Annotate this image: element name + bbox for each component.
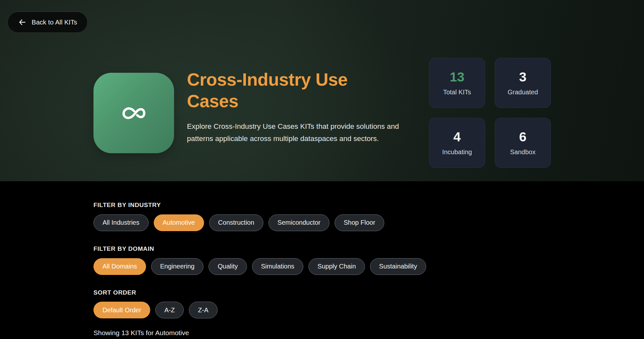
domain-pill-supply-chain[interactable]: Supply Chain	[308, 258, 365, 275]
industry-pill-shop-floor[interactable]: Shop Floor	[335, 214, 384, 231]
page-description: Explore Cross-Industry Use Cases KITs th…	[187, 120, 427, 145]
infinity-icon	[119, 105, 149, 121]
industry-filter-label: FILTER BY INDUSTRY	[93, 202, 551, 209]
category-icon	[93, 73, 174, 153]
domain-pill-row: All DomainsEngineeringQualitySimulations…	[93, 258, 551, 275]
domain-pill-quality[interactable]: Quality	[209, 258, 247, 275]
hero-section: Back to All KITs Cross-Industry Use Case…	[0, 0, 644, 181]
stat-label: Sandbox	[510, 149, 536, 155]
filter-group-industry: FILTER BY INDUSTRY All IndustriesAutomot…	[93, 202, 551, 231]
stat-value: 13	[450, 71, 464, 84]
results-summary: Showing 13 KITs for Automotive	[93, 329, 551, 337]
industry-pill-row: All IndustriesAutomotiveConstructionSemi…	[93, 214, 551, 231]
stat-card-incubating: 4Incubating	[429, 118, 485, 168]
hero-text-block: Cross-Industry Use Cases Explore Cross-I…	[187, 69, 432, 145]
arrow-left-icon	[18, 18, 26, 26]
stat-card-sandbox: 6Sandbox	[495, 118, 551, 168]
back-to-all-kits-button[interactable]: Back to All KITs	[7, 12, 88, 33]
filters-section: FILTER BY INDUSTRY All IndustriesAutomot…	[93, 181, 551, 337]
sort-pill-z-a[interactable]: Z-A	[189, 302, 217, 318]
domain-pill-engineering[interactable]: Engineering	[151, 258, 204, 275]
domain-filter-label: FILTER BY DOMAIN	[93, 245, 551, 253]
kit-category-page: Back to All KITs Cross-Industry Use Case…	[0, 0, 644, 339]
industry-pill-all-industries[interactable]: All Industries	[93, 214, 149, 231]
industry-pill-automotive[interactable]: Automotive	[154, 214, 204, 231]
back-button-label: Back to All KITs	[32, 18, 77, 26]
filter-group-domain: FILTER BY DOMAIN All DomainsEngineeringQ…	[93, 245, 551, 275]
stat-card-total-kits: 13Total KITs	[429, 58, 485, 108]
sort-pill-a-z[interactable]: A-Z	[155, 302, 184, 318]
industry-pill-semiconductor[interactable]: Semiconductor	[268, 214, 329, 231]
sort-order-label: SORT ORDER	[93, 289, 551, 297]
domain-pill-sustainability[interactable]: Sustainability	[370, 258, 426, 275]
domain-pill-all-domains[interactable]: All Domains	[93, 258, 146, 275]
filter-group-sort: SORT ORDER Default OrderA-ZZ-A	[93, 289, 551, 319]
stat-card-graduated: 3Graduated	[495, 58, 551, 108]
stats-grid: 13Total KITs3Graduated4Incubating6Sandbo…	[429, 58, 551, 168]
stat-value: 3	[519, 71, 527, 84]
sort-pill-default-order[interactable]: Default Order	[93, 302, 150, 318]
sort-pill-row: Default OrderA-ZZ-A	[93, 302, 551, 318]
stat-value: 6	[519, 130, 527, 144]
domain-pill-simulations[interactable]: Simulations	[252, 258, 303, 275]
stat-label: Total KITs	[443, 89, 471, 95]
industry-pill-construction[interactable]: Construction	[209, 214, 263, 231]
stat-label: Graduated	[508, 89, 538, 95]
stat-label: Incubating	[442, 149, 472, 155]
page-title: Cross-Industry Use Cases	[187, 69, 380, 112]
stat-value: 4	[454, 130, 461, 144]
